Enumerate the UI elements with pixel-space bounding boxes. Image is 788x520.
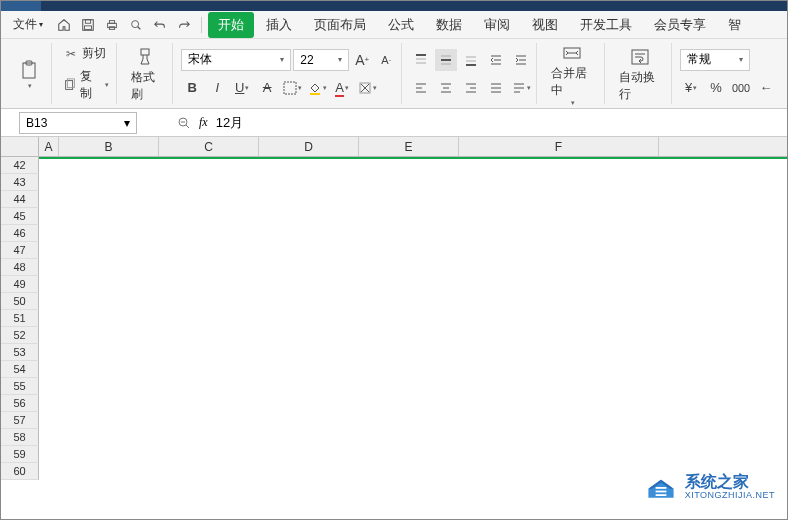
formula-bar: B13 ▾ fx [1,109,787,137]
row-header[interactable]: 53 [1,344,39,361]
strikethrough-button[interactable]: A [256,77,278,99]
row-header[interactable]: 52 [1,327,39,344]
number-format-select[interactable]: 常规 ▾ [680,49,750,71]
tab-pagelayout[interactable]: 页面布局 [304,12,376,38]
align-middle-button[interactable] [435,49,457,71]
column-header[interactable]: C [159,137,259,156]
preview-icon[interactable] [125,14,147,36]
align-bottom-button[interactable] [460,49,482,71]
row-header[interactable]: 51 [1,310,39,327]
row-header[interactable]: 46 [1,225,39,242]
align-right-button[interactable] [460,77,482,99]
increase-font-button[interactable]: A+ [351,49,373,71]
svg-rect-53 [655,491,666,493]
formula-input[interactable] [208,112,787,134]
underline-button[interactable]: U▾ [231,77,253,99]
tab-data[interactable]: 数据 [426,12,472,38]
column-header[interactable]: E [359,137,459,156]
spreadsheet-grid[interactable]: ABCDEF 424344454647484950515253545556575… [1,137,787,520]
copy-icon [63,77,77,93]
home-icon[interactable] [53,14,75,36]
cut-button[interactable]: ✂ 剪切 [60,43,112,64]
tab-member[interactable]: 会员专享 [644,12,716,38]
column-header[interactable]: A [39,137,59,156]
watermark-cn: 系统之家 [685,473,775,491]
italic-button[interactable]: I [206,77,228,99]
paste-button[interactable]: ▾ [11,56,47,92]
tab-smart[interactable]: 智 [718,12,751,38]
row-header[interactable]: 58 [1,429,39,446]
row-header[interactable]: 55 [1,378,39,395]
titlebar-tab[interactable] [1,1,41,11]
merge-center-button[interactable]: 合并居中▾ [545,39,599,109]
brush-icon [134,45,158,69]
chevron-down-icon: ▾ [124,116,130,130]
row-header[interactable]: 44 [1,191,39,208]
decrease-font-button[interactable]: A- [375,49,397,71]
align-top-button[interactable] [410,49,432,71]
row-header[interactable]: 60 [1,463,39,480]
row-header[interactable]: 59 [1,446,39,463]
svg-rect-12 [141,49,149,55]
column-header[interactable]: D [259,137,359,156]
ribbon: ▾ ✂ 剪切 复制 ▾ 格式刷 宋体 ▾ [1,39,787,109]
fill-color-button[interactable]: ▾ [306,77,328,99]
tab-insert[interactable]: 插入 [256,12,302,38]
name-box[interactable]: B13 ▾ [19,112,137,134]
svg-rect-4 [109,20,114,23]
save-icon[interactable] [77,14,99,36]
file-menu[interactable]: 文件 ▾ [5,13,51,36]
undo-icon[interactable] [149,14,171,36]
chevron-down-icon: ▾ [739,55,743,64]
row-header[interactable]: 56 [1,395,39,412]
wrap-text-button[interactable]: 自动换行 [613,43,667,105]
align-justify-button[interactable] [485,77,507,99]
copy-button[interactable]: 复制 ▾ [60,66,112,104]
tab-formula[interactable]: 公式 [378,12,424,38]
column-header[interactable]: B [59,137,159,156]
row-header[interactable]: 43 [1,174,39,191]
format-painter-button[interactable]: 格式刷 [125,43,169,105]
comma-button[interactable]: 000 [730,77,752,99]
redo-icon[interactable] [173,14,195,36]
border-button[interactable]: ▾ [281,77,303,99]
orientation-button[interactable]: ▾ [510,77,532,99]
wrap-icon [628,45,652,69]
fx-icon[interactable]: fx [199,115,208,130]
tab-devtools[interactable]: 开发工具 [570,12,642,38]
watermark: 系统之家 XITONGZHIJIA.NET [643,469,775,505]
font-color-button[interactable]: A▾ [331,77,353,99]
column-header[interactable]: F [459,137,659,156]
clear-format-button[interactable]: ▾ [356,77,378,99]
tab-start[interactable]: 开始 [208,12,254,38]
tab-review[interactable]: 审阅 [474,12,520,38]
paste-icon [17,58,41,82]
indent-decrease-button[interactable] [485,49,507,71]
align-center-button[interactable] [435,77,457,99]
indent-increase-button[interactable] [510,49,532,71]
wrap-label: 自动换行 [619,69,661,103]
currency-button[interactable]: ¥▾ [680,77,702,99]
scissors-icon: ✂ [63,46,79,62]
row-header[interactable]: 48 [1,259,39,276]
font-name-select[interactable]: 宋体 ▾ [181,49,291,71]
align-left-button[interactable] [410,77,432,99]
font-size-value: 22 [300,53,313,67]
row-header[interactable]: 50 [1,293,39,310]
number-group: 常规 ▾ ¥▾ % 000 ← [676,43,781,104]
row-header[interactable]: 49 [1,276,39,293]
decimal-button[interactable]: ← [755,77,777,99]
zoom-out-icon[interactable] [177,116,191,130]
svg-rect-52 [655,487,666,489]
row-header[interactable]: 54 [1,361,39,378]
row-header[interactable]: 45 [1,208,39,225]
row-header[interactable]: 42 [1,157,39,174]
print-icon[interactable] [101,14,123,36]
row-header[interactable]: 47 [1,242,39,259]
bold-button[interactable]: B [181,77,203,99]
tab-view[interactable]: 视图 [522,12,568,38]
percent-button[interactable]: % [705,77,727,99]
select-all-corner[interactable] [1,137,39,157]
font-size-select[interactable]: 22 ▾ [293,49,349,71]
row-header[interactable]: 57 [1,412,39,429]
